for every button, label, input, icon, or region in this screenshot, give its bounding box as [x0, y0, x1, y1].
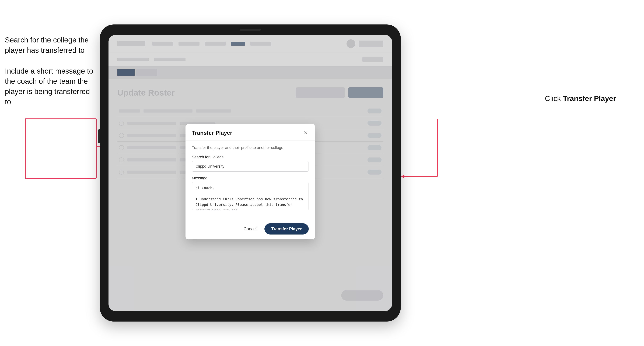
transfer-player-button[interactable]: Transfer Player — [264, 223, 309, 234]
modal-body: Transfer the player and their profile to… — [186, 141, 315, 220]
modal-header: Transfer Player ✕ — [186, 124, 315, 141]
cancel-button[interactable]: Cancel — [240, 224, 261, 234]
modal-close-button[interactable]: ✕ — [302, 130, 309, 136]
modal-subtitle: Transfer the player and their profile to… — [192, 145, 309, 150]
modal-footer: Cancel Transfer Player — [186, 220, 315, 239]
message-label: Message — [192, 176, 309, 180]
modal-overlay: Transfer Player ✕ Transfer the player an… — [108, 35, 392, 311]
svg-marker-7 — [401, 175, 404, 178]
transfer-player-modal: Transfer Player ✕ Transfer the player an… — [186, 124, 315, 239]
search-college-input[interactable] — [192, 161, 309, 172]
annotation-right: Click Transfer Player — [545, 94, 616, 103]
annotation-click-text: Click — [545, 94, 563, 103]
message-field-group: Message Hi Coach, I understand Chris Rob… — [192, 176, 309, 211]
annotation-search-text: Search for the college the player has tr… — [5, 35, 96, 56]
annotation-left: Search for the college the player has tr… — [5, 35, 96, 118]
modal-title: Transfer Player — [192, 130, 232, 136]
annotation-transfer-bold: Transfer Player — [563, 94, 616, 103]
tablet-frame: Update Roster — [100, 24, 401, 322]
search-college-field-group: Search for College — [192, 155, 309, 172]
message-textarea[interactable]: Hi Coach, I understand Chris Robertson h… — [192, 182, 309, 210]
annotation-message-text: Include a short message to the coach of … — [5, 66, 96, 107]
search-college-label: Search for College — [192, 155, 309, 159]
tablet-screen: Update Roster — [108, 35, 392, 311]
